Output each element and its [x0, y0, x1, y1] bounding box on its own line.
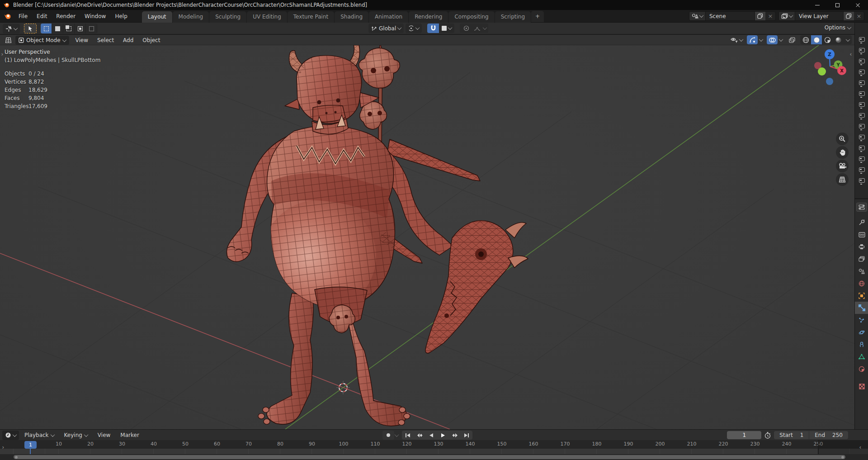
tab-output[interactable]: [855, 241, 868, 253]
previous-keyframe-button[interactable]: [414, 431, 425, 440]
pan-hand-icon[interactable]: [836, 146, 849, 159]
disable-in-viewport-icon[interactable]: [859, 91, 865, 96]
shading-material-icon[interactable]: [822, 35, 833, 44]
select-mode-set[interactable]: [41, 24, 52, 33]
workspace-tab[interactable]: Animation: [369, 11, 408, 23]
scene-name[interactable]: Scene: [706, 13, 755, 19]
tab-texture[interactable]: [855, 380, 868, 393]
view-layer-name[interactable]: View Layer: [795, 13, 843, 19]
tab-view-layer[interactable]: [855, 253, 868, 265]
transform-orientation-dropdown[interactable]: Global: [368, 24, 404, 33]
tool-dropdown[interactable]: [3, 24, 20, 33]
tab-material[interactable]: [855, 363, 868, 375]
shading-dropdown[interactable]: [844, 35, 852, 44]
disable-in-viewport-icon[interactable]: [859, 124, 865, 128]
tab-render[interactable]: [855, 228, 868, 241]
timeline-view-menu[interactable]: View: [93, 430, 115, 440]
disable-in-viewport-icon[interactable]: [859, 48, 865, 52]
workspace-tab[interactable]: Shading: [335, 11, 368, 23]
unlink-scene-icon[interactable]: ×: [765, 12, 775, 20]
shading-wireframe-icon[interactable]: [800, 35, 811, 44]
tab-object-data[interactable]: [855, 351, 868, 363]
disable-in-viewport-icon[interactable]: [859, 167, 865, 172]
pivot-point-dropdown[interactable]: [406, 24, 422, 33]
maximize-button[interactable]: [827, 0, 848, 10]
marker-menu[interactable]: Marker: [116, 430, 143, 440]
overlays-dropdown[interactable]: [778, 35, 784, 44]
gizmos-toggle-icon[interactable]: [747, 35, 758, 44]
options-dropdown[interactable]: Options: [825, 24, 851, 31]
tab-world[interactable]: [855, 277, 868, 289]
workspace-tab[interactable]: Texture Paint: [288, 11, 334, 23]
properties-editor-icon[interactable]: [856, 203, 867, 212]
browse-scene-icon[interactable]: [689, 12, 706, 20]
xray-toggle-icon[interactable]: [787, 35, 797, 44]
tab-physics[interactable]: [855, 326, 868, 338]
jump-to-start-button[interactable]: [402, 431, 414, 440]
keying-menu[interactable]: Keying: [60, 430, 92, 440]
scrollbar-thumb[interactable]: [14, 455, 845, 459]
disable-in-viewport-icon[interactable]: [859, 156, 865, 161]
viewport-menu-item[interactable]: View: [71, 35, 93, 45]
workspace-tab[interactable]: Scripting: [495, 11, 531, 23]
timeline-scrollbar[interactable]: [0, 454, 868, 460]
add-workspace-button[interactable]: +: [531, 11, 544, 22]
tab-tool[interactable]: [855, 216, 868, 228]
tab-scene[interactable]: [855, 265, 868, 277]
tab-particles[interactable]: [855, 314, 868, 326]
disable-in-viewport-icon[interactable]: [859, 37, 865, 42]
gizmos-dropdown[interactable]: [758, 35, 764, 44]
editor-type-button[interactable]: [3, 36, 14, 45]
tab-modifiers[interactable]: [855, 302, 868, 314]
zoom-icon[interactable]: [836, 133, 849, 145]
menu-item[interactable]: Help: [110, 11, 132, 21]
select-mode-extend[interactable]: [52, 24, 63, 33]
disable-in-viewport-icon[interactable]: [859, 146, 865, 150]
shading-solid-icon[interactable]: [811, 35, 822, 44]
remove-view-layer-icon[interactable]: ×: [854, 12, 864, 20]
menu-item[interactable]: Render: [52, 11, 80, 21]
select-mode-subtract[interactable]: [63, 24, 75, 33]
viewport-menu-item[interactable]: Add: [118, 35, 138, 45]
new-view-layer-icon[interactable]: [843, 12, 854, 20]
camera-view-icon[interactable]: [836, 160, 849, 172]
end-frame-field[interactable]: End 250: [809, 431, 848, 439]
show-object-types-dropdown[interactable]: [729, 35, 744, 44]
disable-in-viewport-icon[interactable]: [859, 135, 865, 139]
tweak-tool-button[interactable]: [24, 24, 37, 33]
menu-item[interactable]: File: [14, 11, 32, 21]
workspace-tab[interactable]: Modeling: [173, 11, 209, 23]
menu-item[interactable]: Window: [80, 11, 110, 21]
timeline-track[interactable]: [0, 449, 868, 454]
proportional-editing-icon[interactable]: [462, 25, 471, 31]
play-button[interactable]: [437, 431, 449, 440]
falloff-curve-icon[interactable]: [472, 26, 481, 31]
navigation-gizmo[interactable]: Z Y X: [811, 47, 849, 88]
new-scene-icon[interactable]: [755, 12, 765, 20]
viewport-canvas[interactable]: [0, 45, 854, 429]
workspace-tab[interactable]: Layout: [142, 11, 172, 23]
tab-object[interactable]: [855, 289, 868, 302]
playhead[interactable]: 1: [24, 441, 37, 449]
viewport-3d[interactable]: User Perspective (1) LowPolyMeshes | Sku…: [0, 45, 854, 429]
timeline-left-arrow[interactable]: ›: [1, 444, 5, 451]
viewport-menu-item[interactable]: Object: [138, 35, 165, 45]
current-frame-field[interactable]: 1: [727, 431, 761, 439]
select-mode-intersect[interactable]: [86, 24, 97, 33]
minimize-button[interactable]: [807, 0, 827, 10]
next-keyframe-button[interactable]: [449, 431, 461, 440]
playback-menu[interactable]: Playback: [20, 430, 59, 440]
disable-in-viewport-icon[interactable]: [859, 81, 865, 85]
select-mode-invert[interactable]: [75, 24, 86, 33]
workspace-tab[interactable]: Rendering: [409, 11, 448, 23]
menu-item[interactable]: Edit: [32, 11, 52, 21]
overlays-toggle-icon[interactable]: [767, 35, 778, 44]
close-button[interactable]: [848, 0, 868, 10]
disable-in-viewport-icon[interactable]: [859, 102, 865, 107]
workspace-tab[interactable]: UV Editing: [247, 11, 287, 23]
jump-to-end-button[interactable]: [461, 431, 472, 440]
blender-menu-icon[interactable]: [4, 13, 11, 19]
stopwatch-icon[interactable]: [764, 432, 771, 439]
toolbar-expand-arrow[interactable]: ›: [0, 51, 5, 58]
workspace-tab[interactable]: Sculpting: [209, 11, 246, 23]
